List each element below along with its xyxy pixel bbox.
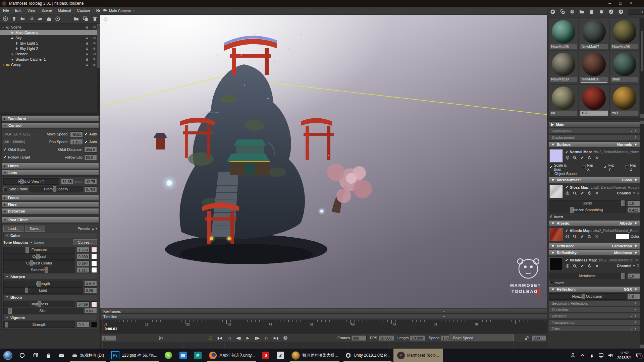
material-card-ua[interactable]: ua xyxy=(549,85,578,116)
map-remove-icon[interactable] xyxy=(595,264,599,268)
section-main[interactable]: ▶Main xyxy=(549,121,640,127)
normal-map-thumbnail[interactable] xyxy=(549,149,563,163)
material-grid-scrollbar[interactable]: ▼ xyxy=(640,18,644,118)
volume-icon[interactable] xyxy=(608,353,613,358)
play-reverse-button[interactable]: ◁ xyxy=(225,336,233,340)
lock-icon[interactable] xyxy=(85,25,89,29)
material-name[interactable]: NewMat10 xyxy=(580,77,608,82)
exposure-slider[interactable]: Exposure xyxy=(3,247,75,253)
section-diffusion[interactable]: ▼Diffusion: Lambertian ▼ xyxy=(549,243,640,249)
add-shadow-catcher-icon[interactable] xyxy=(46,16,52,21)
notification-center-icon[interactable]: 1 xyxy=(636,353,641,358)
subsection-bloom[interactable]: ▼Bloom xyxy=(3,294,97,300)
gloss-slider[interactable]: Gloss xyxy=(549,200,626,206)
menu-edit[interactable]: Edit xyxy=(12,7,24,14)
save-button[interactable]: Save... xyxy=(25,226,45,232)
microsurface-mode-dropdown-icon[interactable]: ▼ xyxy=(634,178,638,182)
add-render-icon[interactable] xyxy=(55,16,60,21)
qq-icon[interactable] xyxy=(589,353,594,358)
skip-end-button[interactable]: ▶▮ xyxy=(272,336,280,340)
viewport-3d-scene[interactable]: MARMOSET TOOLBAG 3 xyxy=(100,15,547,308)
visibility-eye-icon[interactable] xyxy=(92,41,96,45)
exposure-color-swatch[interactable] xyxy=(91,247,97,253)
delete-object-icon[interactable] xyxy=(92,16,98,21)
fps-field[interactable]: 30.000 xyxy=(379,335,394,341)
add-model-icon[interactable] xyxy=(3,16,8,21)
menu-capture[interactable]: Capture xyxy=(74,7,93,14)
flag-label[interactable]: Flip Y xyxy=(608,163,618,171)
limit-value[interactable]: 0.29 xyxy=(84,288,97,293)
channel-value[interactable]: R xyxy=(637,191,639,195)
metalness-slider[interactable]: Metalness xyxy=(549,273,626,279)
lock-icon[interactable] xyxy=(85,31,89,35)
taskbar-item-explorer-drive[interactable]: 游戏林冉 (D:) xyxy=(68,349,108,362)
load-material-icon[interactable] xyxy=(579,9,585,14)
contrast-value[interactable]: 0.999 xyxy=(77,254,90,259)
skip-start-button[interactable]: ▮◀ xyxy=(216,336,224,340)
timeline-ruler[interactable]: 0s1s2s3s4s5s6s7s8s9s 0:00.01 xyxy=(100,320,547,333)
brightness-slider[interactable]: Brightness xyxy=(3,301,75,307)
visibility-eye-icon[interactable] xyxy=(92,63,96,67)
visibility-eye-icon[interactable] xyxy=(92,25,96,29)
material-card-shan[interactable]: shan xyxy=(610,51,639,84)
bake-speed-button[interactable]: Bake Speed xyxy=(449,335,514,341)
horizon-occlusion-slider[interactable]: Horizon Occlusion xyxy=(549,293,626,300)
visibility-eye-icon[interactable] xyxy=(92,57,96,61)
material-sphere-thumbnail[interactable] xyxy=(613,86,636,110)
map-settings-gear-icon[interactable] xyxy=(565,264,570,268)
scene-tree-scrollbar[interactable]: ▲ xyxy=(97,24,100,111)
load-button[interactable]: Load... xyxy=(3,226,23,232)
start-button[interactable] xyxy=(0,349,15,362)
lock-icon[interactable] xyxy=(85,58,89,61)
map-settings-gear-icon[interactable] xyxy=(565,191,570,195)
safe-frame-label[interactable]: Safe Frame xyxy=(9,187,28,191)
section-transform[interactable]: ▶Transform xyxy=(1,116,99,122)
map-settings-gear-icon[interactable] xyxy=(565,234,570,239)
current-frame-field[interactable]: 1 xyxy=(102,335,116,341)
auto-label[interactable]: Auto xyxy=(89,132,97,136)
taskbar-item-avatar[interactable]: 戴老师的渲染大排... xyxy=(288,349,341,362)
frame-opacity-value[interactable]: 0.704 xyxy=(84,186,97,192)
material-card-zu3[interactable]: zu3 xyxy=(610,85,639,116)
material-name[interactable]: shan xyxy=(611,77,638,82)
taskbar-item-firefox[interactable]: 八猴打包进入unity... xyxy=(205,349,258,362)
exposure-value[interactable]: 1.769 xyxy=(77,247,90,253)
flag-label[interactable]: Scale & Bias xyxy=(554,163,575,171)
timeline-header[interactable]: Timeline▼ xyxy=(100,314,547,319)
contrast-slider[interactable]: Contrast xyxy=(3,253,75,260)
follow-target-label[interactable]: Follow Target xyxy=(8,155,30,159)
mm-value[interactable]: 42.75 xyxy=(84,179,97,184)
taskbar-item-maya[interactable]: M xyxy=(191,349,205,362)
material-sphere-icon[interactable] xyxy=(570,9,575,14)
tree-item-shadow-catcher-1[interactable]: Shadow Catcher 1 xyxy=(0,57,100,62)
channel-value[interactable]: R xyxy=(637,264,639,268)
scroll-down-icon[interactable]: ▼ xyxy=(640,345,644,348)
surface-mode-dropdown-icon[interactable]: ▼ xyxy=(634,142,638,146)
scroll-up-icon[interactable]: ▲ xyxy=(97,24,100,27)
gloss-invert-label[interactable]: Invert xyxy=(554,215,563,219)
preview-sphere-button[interactable] xyxy=(281,336,289,340)
material-sphere-thumbnail[interactable] xyxy=(613,20,636,44)
presets-label[interactable]: Presets xyxy=(77,227,90,231)
subsection-sharpen[interactable]: ▼Sharpen xyxy=(3,274,97,280)
tree-item-render[interactable]: Render xyxy=(0,51,100,57)
assign-material-icon[interactable] xyxy=(618,9,624,14)
play-button[interactable]: ▶ xyxy=(244,336,252,340)
pan-speed-value[interactable]: 3.351 xyxy=(70,139,83,145)
chevron-up-icon[interactable] xyxy=(580,353,585,358)
contrast-center-color-swatch[interactable] xyxy=(91,260,97,266)
horizon-smoothing-value[interactable]: 0.422 xyxy=(627,207,640,213)
add-sky-icon[interactable] xyxy=(38,16,43,21)
expander-icon[interactable]: − xyxy=(6,36,9,40)
section-reflectivity[interactable]: ▼Reflectivity: Metalness ▼ xyxy=(549,250,640,256)
map-settings-gear-icon[interactable] xyxy=(565,156,570,160)
tree-item-sky[interactable]: −Sky xyxy=(0,35,100,41)
material-card-NewMat09[interactable]: NewMat09 xyxy=(549,51,578,84)
taskbar-item-zbrush[interactable]: Z xyxy=(273,349,288,362)
playhead[interactable] xyxy=(103,320,103,333)
section-lens[interactable]: ▼Lens xyxy=(1,170,99,176)
gloss-map-thumbnail[interactable] xyxy=(549,185,563,198)
material-card-NewMat08[interactable]: NewMat08 xyxy=(610,18,639,50)
presets-dropdown-icon[interactable]: ▾ xyxy=(96,227,97,230)
play-forward-button[interactable]: ▷ xyxy=(263,336,271,340)
